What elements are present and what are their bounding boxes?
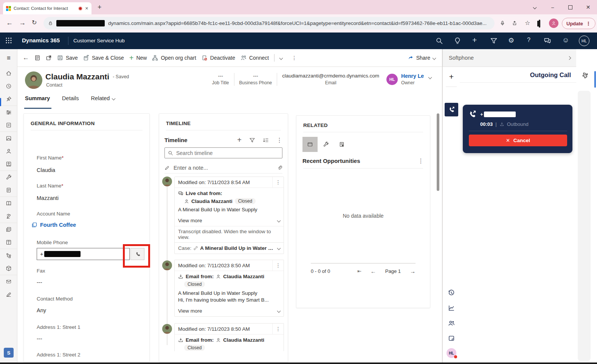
header-job-title[interactable]: --- Job Title [212,73,229,85]
sidebar-item-queues[interactable] [0,184,17,197]
collapsed-pane-track[interactable] [578,91,591,361]
lightbulb-icon[interactable] [454,37,461,45]
open-org-chart-button[interactable]: Open org chart [152,55,196,61]
active-call-session-tab[interactable] [445,103,458,116]
sidebar-item-recent[interactable] [0,80,17,93]
user-avatar[interactable]: HL [579,36,589,46]
sidebar-item-products[interactable] [0,262,17,275]
conversation-history-icon[interactable] [443,285,460,300]
address1-street2-field[interactable]: Address 1: Street 2 [37,351,81,358]
timeline-add-icon[interactable]: + [237,136,242,144]
last-name-field[interactable]: Last Name* Mazzanti [37,182,64,201]
save-and-close-button[interactable]: Save & Close [83,55,124,61]
owner-name[interactable]: Henry Le [401,73,424,79]
sidebar-item-pinned[interactable] [0,93,17,105]
contact-method-value[interactable]: Any [37,307,73,313]
sidebar-item-contacts[interactable] [0,145,17,158]
smiley-icon[interactable]: ☺ [562,36,569,44]
header-email[interactable]: claudiamazzanti@crmdemo.dynamics.com Ema… [282,73,379,85]
minimize-button[interactable]: – [544,0,561,14]
forward-icon[interactable]: → [19,19,26,27]
insights-chart-icon[interactable] [443,300,460,316]
new-tab-button[interactable]: + [98,3,102,11]
softphone-panel-header[interactable]: Softphone [442,49,577,67]
header-owner[interactable]: HL Henry Le Owner [386,73,424,85]
new-session-icon[interactable]: + [443,67,460,87]
share-button[interactable]: Share [408,55,436,61]
sidebar-item-accounts[interactable] [0,132,17,145]
close-button[interactable]: ✕ [579,0,597,14]
share-page-icon[interactable] [512,20,517,26]
new-button[interactable]: + New [129,54,147,62]
fax-value[interactable]: --- [37,279,45,285]
entry-more-icon[interactable]: ⋮ [272,177,284,187]
account-link[interactable]: Fourth Coffee [40,222,76,228]
sidebar-item-email-templates[interactable] [0,275,17,288]
favorite-star-icon[interactable]: ☆ [525,19,530,26]
sitemap-hamburger-icon[interactable]: ≡ [0,49,17,67]
sidebar-item-activities[interactable] [0,119,17,132]
entry-from[interactable]: Claudia Mazzanti [191,198,233,204]
filter-icon[interactable] [490,37,498,45]
back-icon[interactable]: ← [6,19,13,27]
vertical-scrollbar[interactable] [437,113,439,191]
sidebar-item-knowledge-search[interactable] [0,210,17,223]
help-icon[interactable]: ? [527,37,530,43]
attach-icon[interactable] [277,165,282,170]
case-row[interactable]: Case: A Mineral Build Up in Water S... [175,242,284,254]
more-commands-icon[interactable]: ⋮ [292,55,297,61]
tab-details[interactable]: Details [62,95,79,101]
mobile-phone-input[interactable]: + [37,248,130,260]
record-back-icon[interactable]: ← [23,54,29,62]
sidebar-item-cases[interactable] [0,171,17,184]
address-bar[interactable]: dynamics.com/main.aspx?appid=6685b74b-fc… [43,17,495,29]
notes-icon[interactable] [443,331,460,346]
related-tab-opportunities[interactable] [302,137,318,152]
header-business-phone[interactable]: --- Business Phone [239,73,272,85]
popout-icon[interactable] [46,55,52,61]
prev-page-icon[interactable]: ← [371,268,376,274]
sidebar-item-dashboards[interactable] [0,106,17,119]
sidebar-item-social-profiles[interactable] [0,158,17,170]
settings-gear-icon[interactable]: ⚙ [508,36,514,45]
contact-photo-avatar[interactable] [25,71,42,89]
deactivate-button[interactable]: Deactivate [202,55,235,61]
first-name-field[interactable]: First Name* Claudia [37,154,64,173]
entry-from[interactable]: Claudia Mazzanti [223,337,264,343]
browser-tab[interactable]: Contact: Contact for Interact ✕ [3,2,91,14]
timeline-sort-icon[interactable] [263,137,269,143]
last-name-value[interactable]: Mazzanti [37,195,64,201]
contact-method-field[interactable]: Contact Method Any [37,295,73,313]
microphone-icon[interactable] [500,20,505,26]
search-icon[interactable] [436,37,443,45]
fax-field[interactable]: Fax --- [37,267,45,285]
timeline-more-icon[interactable]: ⋮ [276,136,282,144]
view-more-button[interactable]: View more [175,215,284,226]
tab-actions-icon[interactable] [526,0,544,14]
connect-button[interactable]: Connect [240,55,269,61]
case-expand-icon[interactable] [277,246,281,250]
timeline-entry-livechat[interactable]: Modified on: 7/11/2023 8:54 AM ⋮ Live ch… [174,177,284,254]
tab-related[interactable]: Related [91,95,115,101]
save-button[interactable]: Save [57,55,78,61]
header-expand-icon[interactable] [428,76,432,79]
first-name-value[interactable]: Claudia [37,167,64,173]
timeline-entry-email-2[interactable]: Modified on: 7/11/2023 8:50 AM ⋮ Email f… [174,323,284,351]
entry-more-icon[interactable]: ⋮ [272,324,284,334]
related-tab-entitlements[interactable] [334,137,349,152]
brand-title[interactable]: Dynamics 365 [22,37,60,43]
maximize-button[interactable] [561,0,579,14]
tab-close-icon[interactable]: ✕ [85,6,88,11]
note-input[interactable]: Enter a note... [174,165,273,171]
account-name-field[interactable]: Account Name Fourth Coffee [37,210,76,228]
customers-icon[interactable] [443,316,460,331]
waffle-icon[interactable] [5,37,12,44]
timeline-filter-icon[interactable] [249,137,255,143]
sidebar-item-book[interactable] [0,236,17,249]
refresh-icon[interactable]: ↻ [32,19,37,26]
record-set-icon[interactable] [34,55,40,61]
browser-update-button[interactable]: Update ⋮ [562,18,595,29]
browser-menu-icon[interactable]: ⋮ [586,21,591,26]
timeline-search-input[interactable] [164,147,282,158]
related-tab-cases[interactable] [318,137,333,152]
